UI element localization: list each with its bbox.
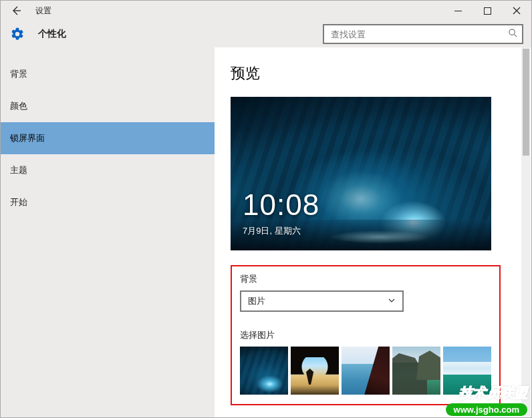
highlight-box: 背景 图片 选择图片 — [231, 265, 501, 405]
close-icon — [513, 7, 521, 15]
picture-thumbnail[interactable] — [392, 347, 440, 395]
search-input[interactable] — [331, 29, 508, 39]
picture-thumbnails — [240, 347, 491, 395]
sidebar-item-start[interactable]: 开始 — [1, 186, 215, 218]
window-controls — [443, 1, 531, 21]
sidebar-item-colors[interactable]: 颜色 — [1, 90, 215, 122]
window-title: 设置 — [26, 5, 51, 17]
scrollbar[interactable] — [521, 47, 531, 417]
sidebar-item-label: 颜色 — [10, 100, 27, 112]
titlebar: 设置 — [1, 1, 531, 21]
maximize-button[interactable] — [473, 1, 502, 21]
content-area: 预览 10:08 7月9日, 星期六 背景 图片 选择图片 — [215, 47, 531, 417]
sidebar-item-label: 锁屏界面 — [10, 132, 45, 144]
section-title: 个性化 — [38, 28, 66, 40]
sidebar: 背景 颜色 锁屏界面 主题 开始 — [1, 47, 215, 417]
sidebar-item-label: 背景 — [10, 68, 27, 80]
close-button[interactable] — [502, 1, 531, 21]
search-box[interactable] — [323, 24, 523, 44]
scrollbar-thumb[interactable] — [523, 49, 529, 156]
sidebar-item-background[interactable]: 背景 — [1, 58, 215, 90]
picture-thumbnail[interactable] — [291, 347, 339, 395]
back-button[interactable] — [6, 1, 26, 21]
background-dropdown[interactable]: 图片 — [240, 290, 404, 312]
svg-rect-0 — [484, 7, 491, 14]
picture-thumbnail[interactable] — [342, 347, 390, 395]
dropdown-value: 图片 — [248, 295, 265, 307]
search-icon — [508, 28, 518, 41]
chevron-down-icon — [388, 296, 396, 306]
maximize-icon — [484, 7, 491, 15]
minimize-icon — [454, 7, 462, 15]
picture-thumbnail[interactable] — [240, 347, 288, 395]
preview-time: 10:08 — [243, 190, 319, 220]
minimize-button[interactable] — [443, 1, 473, 21]
preview-heading: 预览 — [231, 63, 515, 83]
sidebar-item-label: 开始 — [10, 196, 27, 208]
preview-date: 7月9日, 星期六 — [243, 225, 301, 237]
sidebar-item-themes[interactable]: 主题 — [1, 154, 215, 186]
settings-window: 设置 个性化 背景 颜色 锁屏界面 — [0, 0, 532, 418]
sidebar-item-label: 主题 — [10, 164, 27, 176]
settings-gear-icon — [10, 27, 25, 41]
sidebar-item-lockscreen[interactable]: 锁屏界面 — [1, 122, 215, 154]
lockscreen-preview: 10:08 7月9日, 星期六 — [231, 97, 491, 250]
picture-thumbnail[interactable] — [443, 347, 491, 395]
header-row: 个性化 — [1, 21, 531, 47]
svg-point-1 — [509, 29, 515, 34]
arrow-left-icon — [11, 5, 21, 16]
background-label: 背景 — [240, 273, 491, 285]
body: 背景 颜色 锁屏界面 主题 开始 预览 10:08 7月9日, 星期六 背景 图… — [1, 47, 531, 417]
choose-picture-label: 选择图片 — [240, 329, 491, 341]
